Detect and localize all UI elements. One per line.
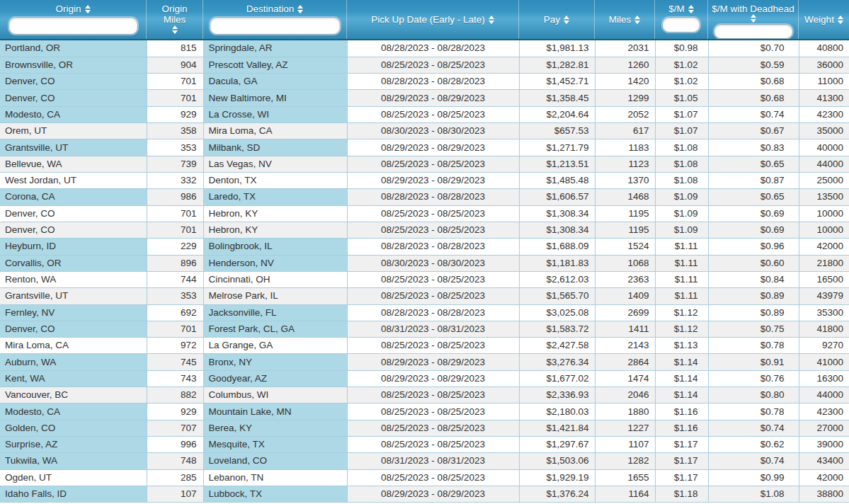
cell-dpm: $1.17	[655, 469, 708, 486]
cell-dpm-dh: $0.78	[708, 338, 799, 354]
cell-origin-miles: 701	[147, 90, 203, 106]
load-row[interactable]: Corvallis, OR896Henderson, NV08/30/2023 …	[0, 255, 849, 271]
load-row[interactable]: Denver, CO701Forest Park, CL, GA08/31/20…	[0, 321, 849, 337]
cell-destination: Hebron, KY	[203, 222, 347, 238]
cell-pay: $3,025.08	[519, 304, 595, 321]
destination-filter-input[interactable]	[210, 17, 341, 35]
cell-pay: $2,204.64	[519, 106, 595, 122]
dollars-per-mile-deadhead-filter-input[interactable]	[714, 24, 793, 39]
sort-icon-pay[interactable]	[564, 16, 569, 24]
cell-pickup-date: 08/29/2023 - 08/29/2023	[347, 173, 519, 189]
load-row[interactable]: Grantsville, UT353Milbank, SD08/29/2023 …	[0, 139, 849, 156]
cell-weight: 35300	[799, 304, 849, 321]
load-row[interactable]: Orem, UT358Mira Loma, CA08/30/2023 - 08/…	[0, 123, 849, 139]
cell-origin-miles: 996	[147, 437, 203, 453]
load-row[interactable]: Denver, CO701New Baltimore, MI08/29/2023…	[0, 90, 849, 106]
cell-pickup-date: 08/30/2023 - 08/30/2023	[347, 123, 519, 139]
load-row[interactable]: Denver, CO701Dacula, GA08/28/2023 - 08/2…	[0, 74, 849, 90]
cell-destination: Lubbock, TX	[203, 486, 347, 502]
cell-dpm: $1.16	[655, 420, 708, 436]
cell-origin: Vancouver, BC	[0, 387, 147, 403]
cell-pay: $1,181.83	[519, 255, 595, 271]
column-header-pickup-date[interactable]: Pick Up Date (Early - Late)	[347, 0, 519, 39]
load-row[interactable]: Kent, WA743Goodyear, AZ08/29/2023 - 08/2…	[0, 370, 849, 386]
sort-icon-dollars-per-mile[interactable]	[688, 5, 694, 13]
load-row[interactable]: Renton, WA744Cincinnati, OH08/25/2023 - …	[0, 271, 849, 287]
sort-icon-dollars-per-mile-deadhead[interactable]	[751, 14, 756, 23]
load-row[interactable]: Corona, CA986Laredo, TX08/28/2023 - 08/2…	[0, 189, 849, 205]
load-row[interactable]: Surprise, AZ996Mesquite, TX08/25/2023 - …	[0, 437, 849, 453]
load-row[interactable]: Idaho Falls, ID107Lubbock, TX08/29/2023 …	[0, 486, 849, 502]
cell-dpm-dh: $0.74	[708, 453, 799, 469]
column-header-origin[interactable]: Origin	[0, 0, 147, 39]
cell-dpm: $1.08	[655, 139, 708, 156]
cell-pay: $1,271.79	[519, 139, 595, 156]
load-row[interactable]: Fernley, NV692Jacksonville, FL08/28/2023…	[0, 304, 849, 321]
sort-icon-origin-miles[interactable]	[172, 25, 178, 34]
column-header-origin-miles[interactable]: Origin Miles	[147, 0, 203, 39]
cell-pickup-date: 08/29/2023 - 08/29/2023	[347, 354, 519, 370]
load-row[interactable]: Modesto, CA929La Crosse, WI08/25/2023 - …	[0, 106, 849, 122]
load-row[interactable]: Denver, CO701Hebron, KY08/25/2023 - 08/2…	[0, 205, 849, 222]
cell-origin-miles: 743	[147, 370, 203, 386]
cell-pay: $1,452.71	[519, 74, 595, 90]
cell-miles: 1195	[595, 205, 655, 222]
cell-weight: 44000	[799, 387, 849, 403]
column-header-dollars-per-mile[interactable]: $/M	[655, 0, 708, 39]
cell-origin: Grantsville, UT	[0, 139, 147, 156]
cell-origin-miles: 332	[147, 173, 203, 189]
column-header-dollars-per-mile-deadhead[interactable]: $/M with Deadhead	[708, 0, 799, 39]
cell-weight: 11000	[799, 74, 849, 90]
load-row[interactable]: Denver, CO701Hebron, KY08/25/2023 - 08/2…	[0, 222, 849, 238]
column-header-weight[interactable]: Weight	[799, 0, 849, 39]
cell-destination: Cincinnati, OH	[203, 271, 347, 287]
column-header-miles[interactable]: Miles	[595, 0, 655, 39]
origin-filter-input[interactable]	[8, 17, 138, 35]
cell-dpm-dh: $0.78	[708, 403, 799, 420]
sort-icon-miles[interactable]	[634, 16, 640, 24]
load-row[interactable]: Tukwila, WA748Loveland, CO08/31/2023 - 0…	[0, 453, 849, 469]
column-header-destination[interactable]: Destination	[203, 0, 347, 39]
cell-miles: 1370	[595, 173, 655, 189]
cell-miles: 1123	[595, 156, 655, 172]
cell-destination: Springdale, AR	[203, 40, 347, 57]
cell-pickup-date: 08/31/2023 - 08/31/2023	[347, 321, 519, 337]
dollars-per-mile-filter-input[interactable]	[662, 17, 700, 33]
cell-destination: Mesquite, TX	[203, 437, 347, 453]
cell-dpm-dh: $0.69	[708, 205, 799, 222]
cell-destination: Hebron, KY	[203, 205, 347, 222]
cell-weight: 21800	[799, 255, 849, 271]
load-row[interactable]: Golden, CO707Berea, KY08/25/2023 - 08/25…	[0, 420, 849, 436]
load-row[interactable]: Auburn, WA745Bronx, NY08/29/2023 - 08/29…	[0, 354, 849, 370]
cell-origin-miles: 929	[147, 106, 203, 122]
load-row[interactable]: Grantsville, UT353Melrose Park, IL08/25/…	[0, 288, 849, 304]
cell-pay: $1,282.81	[519, 57, 595, 73]
cell-weight: 10000	[799, 205, 849, 222]
cell-dpm-dh: $0.87	[708, 173, 799, 189]
load-row[interactable]: Modesto, CA929Mountain Lake, MN08/25/202…	[0, 403, 849, 420]
cell-pay: $1,606.57	[519, 189, 595, 205]
sort-icon-origin[interactable]	[85, 5, 91, 13]
load-row[interactable]: Vancouver, BC882Columbus, WI08/25/2023 -…	[0, 387, 849, 403]
cell-weight: 42000	[799, 239, 849, 255]
load-row[interactable]: Bellevue, WA739Las Vegas, NV08/25/2023 -…	[0, 156, 849, 172]
cell-dpm-dh: $1.08	[708, 486, 799, 502]
load-row[interactable]: Brownsville, OR904Prescott Valley, AZ08/…	[0, 57, 849, 73]
cell-dpm: $1.12	[655, 321, 708, 337]
sort-icon-pickup-date[interactable]	[489, 16, 494, 24]
cell-miles: 1183	[595, 139, 655, 156]
load-row[interactable]: Portland, OR815Springdale, AR08/28/2023 …	[0, 40, 849, 57]
load-row[interactable]: West Jordan, UT332Denton, TX08/29/2023 -…	[0, 173, 849, 189]
cell-dpm-dh: $0.89	[708, 288, 799, 304]
load-row[interactable]: Ogden, UT285Lebanon, TN08/25/2023 - 08/2…	[0, 469, 849, 486]
load-row[interactable]: Mira Loma, CA972La Grange, GA08/25/2023 …	[0, 338, 849, 354]
column-header-pay[interactable]: Pay	[519, 0, 595, 39]
sort-icon-destination[interactable]	[297, 5, 303, 13]
cell-dpm: $1.08	[655, 173, 708, 189]
sort-icon-weight[interactable]	[838, 16, 843, 24]
cell-pickup-date: 08/28/2023 - 08/28/2023	[347, 239, 519, 255]
cell-weight: 36000	[799, 57, 849, 73]
cell-pay: $2,427.58	[519, 338, 595, 354]
load-row[interactable]: Heyburn, ID229Bolingbrook, IL08/28/2023 …	[0, 239, 849, 255]
cell-weight: 16300	[799, 370, 849, 386]
